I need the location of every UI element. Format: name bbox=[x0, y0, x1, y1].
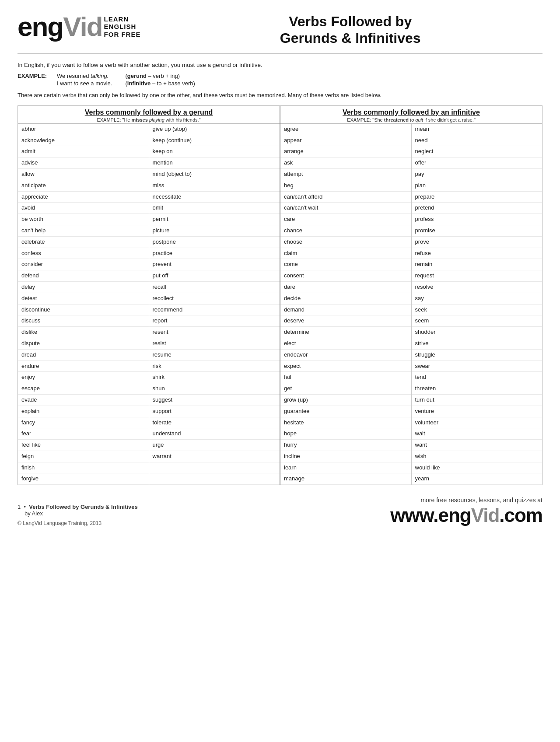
word-cell: determine bbox=[280, 327, 411, 338]
word-cell: tend bbox=[412, 372, 542, 383]
infinitive-header: Verbs commonly followed by an infinitive… bbox=[280, 106, 542, 124]
word-cell: keep (continue) bbox=[149, 135, 280, 147]
word-cell: tolerate bbox=[149, 417, 280, 429]
word-cell: discuss bbox=[18, 315, 149, 327]
word-cell: swear bbox=[412, 361, 542, 372]
intro-text: In English, if you want to follow a verb… bbox=[18, 62, 542, 68]
word-cell: dread bbox=[18, 350, 149, 361]
word-cell: demand bbox=[280, 304, 411, 316]
example-def-gerund: (gerund – verb + ing) bbox=[125, 73, 195, 79]
word-cell: refuse bbox=[412, 248, 542, 259]
word-cell: detest bbox=[18, 293, 149, 304]
example-sentence-1: We resumed talking. bbox=[57, 73, 112, 79]
word-cell: pay bbox=[412, 169, 542, 180]
footer-left: 1 • Verbs Followed by Gerunds & Infiniti… bbox=[18, 504, 138, 526]
word-cell: shudder bbox=[412, 327, 542, 338]
footer-copyright: © LangVid Language Training, 2013 bbox=[18, 520, 138, 526]
word-cell: omit bbox=[149, 203, 280, 214]
word-cell: hesitate bbox=[280, 417, 411, 429]
infinitive-col1: agreeappeararrangeaskattemptbegcan/can't… bbox=[280, 124, 412, 485]
word-cell: discontinue bbox=[18, 304, 149, 316]
gerund-title: Verbs commonly followed by a gerund bbox=[20, 108, 278, 116]
word-cell: consider bbox=[18, 259, 149, 270]
word-cell: remain bbox=[412, 259, 542, 270]
word-cell: choose bbox=[280, 237, 411, 248]
gerund-example: EXAMPLE: "He misses playing with his fri… bbox=[20, 117, 278, 122]
word-cell: mind (object to) bbox=[149, 169, 280, 180]
word-cell: learn bbox=[280, 462, 411, 474]
word-cell: deserve bbox=[280, 315, 411, 327]
word-cell: can/can't wait bbox=[280, 203, 411, 214]
word-cell: hope bbox=[280, 428, 411, 440]
word-cell: dislike bbox=[18, 327, 149, 338]
word-cell: feel like bbox=[18, 440, 149, 451]
example-sentences: We resumed talking. I want to see a movi… bbox=[57, 73, 112, 87]
word-cell: admit bbox=[18, 146, 149, 158]
word-cell: hurry bbox=[280, 440, 411, 451]
infinitive-section: Verbs commonly followed by an infinitive… bbox=[280, 106, 542, 485]
word-cell: recollect bbox=[149, 293, 280, 304]
word-cell: prepare bbox=[412, 192, 542, 203]
word-cell: can/can't afford bbox=[280, 192, 411, 203]
word-cell: mention bbox=[149, 158, 280, 169]
word-cell: wait bbox=[412, 428, 542, 440]
word-cell: understand bbox=[149, 428, 280, 440]
word-cell: chance bbox=[280, 225, 411, 237]
example-def-infinitive: (infinitive – to + base verb) bbox=[125, 80, 195, 87]
word-cell: allow bbox=[18, 169, 149, 180]
word-cell: recommend bbox=[149, 304, 280, 316]
word-cell: escape bbox=[18, 383, 149, 395]
word-cell: care bbox=[280, 214, 411, 225]
word-cell: manage bbox=[280, 473, 411, 485]
word-cell: promise bbox=[412, 225, 542, 237]
word-cell: put off bbox=[149, 270, 280, 282]
example-defs: (gerund – verb + ing) (infinitive – to +… bbox=[125, 73, 195, 87]
example-label: EXAMPLE: bbox=[18, 73, 57, 87]
logo-eng: eng bbox=[18, 13, 63, 40]
word-cell: dispute bbox=[18, 338, 149, 350]
word-cell: expect bbox=[280, 361, 411, 372]
word-cell: pretend bbox=[412, 203, 542, 214]
infinitive-title: Verbs commonly followed by an infinitive bbox=[282, 108, 540, 116]
logo-english: ENGLISH bbox=[104, 23, 141, 30]
word-cell: picture bbox=[149, 225, 280, 237]
word-cell: elect bbox=[280, 338, 411, 350]
word-cell: yearn bbox=[412, 473, 542, 485]
word-cell bbox=[149, 462, 280, 474]
logo: engVid LEARN ENGLISH FOR FREE bbox=[18, 13, 140, 40]
word-cell: volunteer bbox=[412, 417, 542, 429]
word-cell: suggest bbox=[149, 395, 280, 406]
infinitive-word-grid: agreeappeararrangeaskattemptbegcan/can't… bbox=[280, 124, 542, 485]
word-cell: need bbox=[412, 135, 542, 147]
word-cell: decide bbox=[280, 293, 411, 304]
page-title: Verbs Followed byGerunds & Infinitives bbox=[158, 13, 542, 47]
word-cell: miss bbox=[149, 180, 280, 192]
word-cell: abhor bbox=[18, 124, 149, 135]
word-cell: would like bbox=[412, 462, 542, 474]
word-cell: seem bbox=[412, 315, 542, 327]
footer-bullet: • bbox=[24, 504, 26, 510]
footer-by: by Alex bbox=[24, 510, 138, 517]
word-cell: postpone bbox=[149, 237, 280, 248]
word-cell: appear bbox=[280, 135, 411, 147]
word-cell: resolve bbox=[412, 282, 542, 293]
word-cell: strive bbox=[412, 338, 542, 350]
body-text: There are certain verbs that can only be… bbox=[18, 92, 542, 98]
gerund-section: Verbs commonly followed by a gerund EXAM… bbox=[18, 106, 280, 485]
word-cell: resume bbox=[149, 350, 280, 361]
word-cell: guarantee bbox=[280, 406, 411, 417]
word-cell: venture bbox=[412, 406, 542, 417]
word-cell: grow (up) bbox=[280, 395, 411, 406]
word-cell: evade bbox=[18, 395, 149, 406]
word-cell: support bbox=[149, 406, 280, 417]
word-cell: consent bbox=[280, 270, 411, 282]
word-cell: explain bbox=[18, 406, 149, 417]
word-cell: say bbox=[412, 293, 542, 304]
word-cell: mean bbox=[412, 124, 542, 135]
word-cell: give up (stop) bbox=[149, 124, 280, 135]
word-cell: delay bbox=[18, 282, 149, 293]
word-cell: claim bbox=[280, 248, 411, 259]
word-cell: practice bbox=[149, 248, 280, 259]
word-cell: dare bbox=[280, 282, 411, 293]
word-cell: ask bbox=[280, 158, 411, 169]
